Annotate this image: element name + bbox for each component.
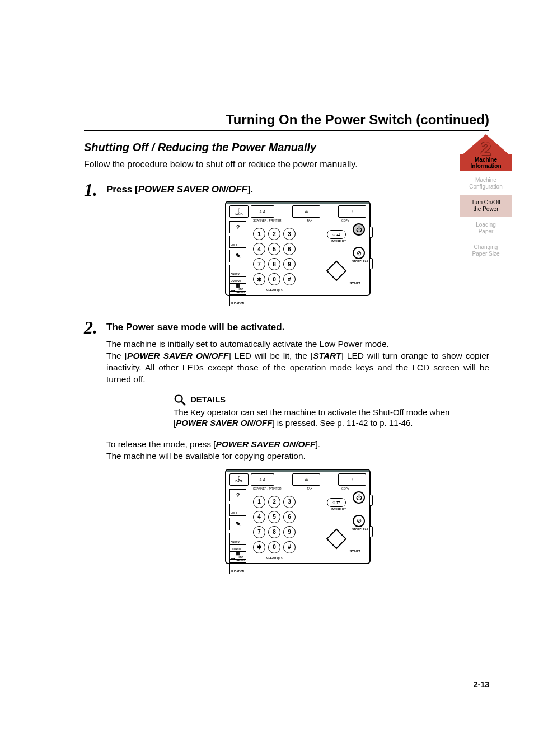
data-indicator: ▯DATA: [229, 473, 249, 486]
copy-mode: ▯: [338, 473, 366, 486]
chapter-number: 2: [460, 138, 512, 159]
key-5: 5: [268, 243, 280, 255]
release-text: To release the mode, press [POWER SAVER …: [106, 439, 489, 462]
scanner-printer-mode: ⎙ 🖨: [251, 473, 274, 486]
scanner-printer-label: SCANNER / PRINTER: [253, 219, 282, 222]
key-0: 0: [268, 273, 280, 285]
power-saver-button: ⏻: [353, 223, 365, 236]
details-callout: DETAILS The Key operator can set the mac…: [174, 393, 453, 429]
side-slot-icon: [370, 258, 373, 269]
key-3: 3: [283, 496, 296, 508]
interrupt-label: INTERRUPT: [331, 240, 346, 243]
chapter-sidebar: 2 Machine Information Machine Configurat…: [460, 134, 512, 262]
side-slot-icon: [370, 526, 373, 537]
step-1: 1. Press [POWER SAVER ON/OFF]. ▯DATA ⎙ 🖨…: [84, 181, 489, 311]
control-panel-figure-2: ▯DATA ⎙ 🖨 📠 ▯ SCANNER / PRINTER FAX COPY…: [106, 469, 489, 566]
output-label: OUTPUT: [229, 543, 246, 552]
step-2-number: 2.: [84, 318, 106, 336]
auto-reset-label: ⤺UTO RESET: [229, 553, 246, 563]
clear-qty-label: CLEAR QTY.: [266, 556, 283, 560]
stop-clear-label: STOP/CLEAR: [352, 260, 368, 263]
key-4: 4: [253, 243, 265, 255]
key-3: 3: [283, 228, 296, 240]
start-label: START: [349, 550, 360, 553]
step-1-number: 1.: [84, 181, 106, 199]
key-5: 5: [268, 511, 280, 523]
section-header: Turning On the Power Switch (continued): [84, 112, 489, 131]
intro-text: Follow the procedure below to shut off o…: [84, 159, 489, 170]
key-2: 2: [268, 496, 280, 508]
fax-mode: 📠: [292, 473, 320, 486]
key-9: 9: [283, 258, 296, 270]
start-button: [326, 261, 347, 281]
step-1-heading: Press [POWER SAVER ON/OFF].: [106, 184, 489, 195]
start-label: START: [349, 281, 360, 285]
chapter-label-2: Information: [471, 163, 502, 169]
interrupt-label: INTERRUPT: [331, 508, 346, 511]
power-saver-button: ⏻: [353, 491, 365, 504]
stop-clear-button: ⊘: [353, 247, 365, 259]
help-button: ?: [229, 489, 246, 501]
page-number: 2-13: [474, 680, 489, 689]
key-6: 6: [283, 243, 296, 255]
interrupt-button: ○ ⇄: [327, 230, 346, 239]
control-panel-figure-1: ▯DATA ⎙ 🖨 📠 ▯ SCANNER / PRINTER FAX COPY…: [106, 201, 489, 298]
magnifier-icon: [174, 393, 186, 406]
key-7: 7: [253, 258, 265, 270]
key-6: 6: [283, 511, 296, 523]
help-label: HELP: [229, 504, 246, 516]
side-slot-icon: [370, 227, 373, 238]
subsection-title: Shutting Off / Reducing the Power Manual…: [84, 141, 489, 154]
stop-clear-button: ⊘: [353, 515, 365, 527]
sidebar-item-machine-configuration: Machine Configuration: [460, 172, 512, 195]
details-text: The Key operator can set the machine to …: [174, 407, 453, 429]
key-star: ✱: [253, 541, 265, 553]
interrupt-button: ○ ⇄: [327, 498, 346, 507]
check-button: ✎: [229, 518, 246, 530]
key-hash: #: [283, 273, 296, 285]
data-indicator: ▯DATA: [229, 205, 249, 218]
key-1: 1: [253, 228, 265, 240]
copy-mode: ▯: [338, 205, 366, 218]
step-2-heading: The Power save mode will be activated.: [106, 322, 489, 333]
key-star: ✱: [253, 273, 265, 285]
clear-qty-label: CLEAR QTY.: [266, 288, 283, 292]
document-page: Turning On the Power Switch (continued) …: [0, 0, 534, 756]
key-hash: #: [283, 541, 296, 553]
step-2: 2. The Power save mode will be activated…: [84, 318, 489, 579]
key-2: 2: [268, 228, 280, 240]
numeric-keypad: 1 2 3 4 5 6 7 8 9 ✱ 0 #: [253, 496, 296, 553]
sidebar-item-turn-on-off-power: Turn On/Off the Power: [460, 195, 512, 217]
chapter-tab: 2 Machine Information: [460, 134, 512, 171]
numeric-keypad: 1 2 3 4 5 6 7 8 9 ✱ 0 #: [253, 228, 296, 285]
application-label: PLICATION: [229, 294, 246, 306]
help-label: HELP: [229, 236, 246, 248]
key-8: 8: [268, 526, 280, 538]
step-2-body: The machine is initially set to automati…: [106, 339, 489, 386]
check-button: ✎: [229, 250, 246, 262]
side-slot-icon: [370, 495, 373, 506]
control-panel-illustration: ▯DATA ⎙ 🖨 📠 ▯ SCANNER / PRINTER FAX COPY…: [225, 201, 371, 296]
sidebar-item-changing-paper-size: Changing Paper Size: [460, 240, 512, 262]
section-title: Turning On the Power Switch (continued): [84, 112, 489, 128]
svg-line-1: [181, 401, 185, 404]
key-9: 9: [283, 526, 296, 538]
sidebar-item-loading-paper: Loading Paper: [460, 217, 512, 240]
control-panel-illustration: ▯DATA ⎙ 🖨 📠 ▯ SCANNER / PRINTER FAX COPY…: [225, 469, 371, 564]
output-label: OUTPUT: [229, 275, 246, 284]
fax-mode: 📠: [292, 205, 320, 218]
stop-clear-label: STOP/CLEAR: [352, 528, 368, 531]
key-1: 1: [253, 496, 265, 508]
key-8: 8: [268, 258, 280, 270]
key-4: 4: [253, 511, 265, 523]
scanner-printer-mode: ⎙ 🖨: [251, 205, 274, 218]
application-label: PLICATION: [229, 562, 246, 574]
details-label: DETAILS: [190, 395, 226, 404]
auto-reset-label: ⤺UTO RESET: [229, 285, 246, 295]
help-button: ?: [229, 221, 246, 233]
key-0: 0: [268, 541, 280, 553]
key-7: 7: [253, 526, 265, 538]
scanner-printer-label: SCANNER / PRINTER: [253, 487, 282, 490]
start-button: [326, 528, 347, 549]
